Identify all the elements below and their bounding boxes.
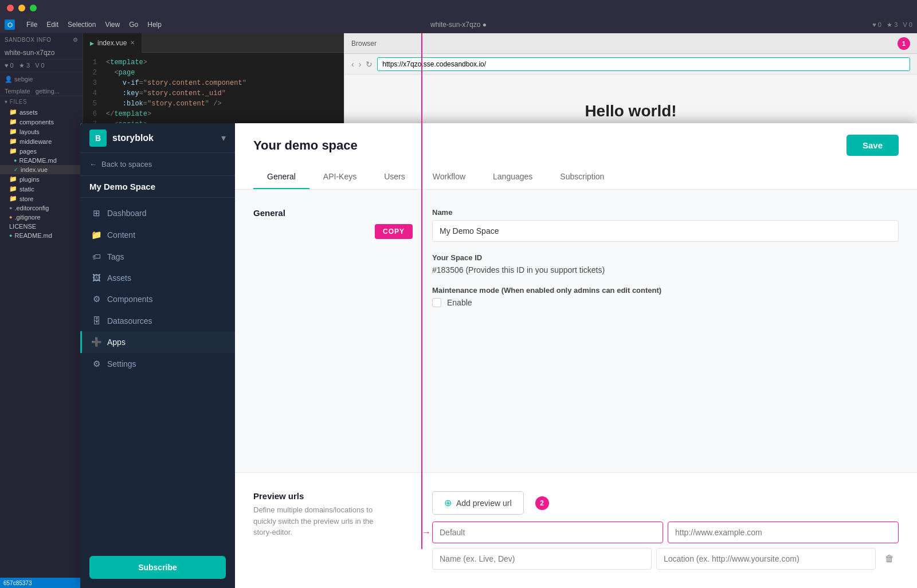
apps-icon: ➕ xyxy=(91,337,101,347)
name-field-group: Name xyxy=(432,208,899,242)
explorer-header: Sandbox Info ⚙ xyxy=(0,33,83,46)
folder-layouts[interactable]: 📁 layouts xyxy=(0,127,83,136)
file-index-vue[interactable]: ✓ index.vue xyxy=(0,165,83,174)
assets-icon: 🖼 xyxy=(91,273,101,283)
mac-window: ⬡ File Edit Selection View Go Help white… xyxy=(0,0,917,588)
sidebar-item-datasources[interactable]: 🗄 Datasources xyxy=(80,310,235,331)
browser-url-input[interactable] xyxy=(377,57,910,71)
general-section-info: General xyxy=(253,208,414,454)
folder-plugins[interactable]: 📁 plugins xyxy=(0,174,83,184)
sidebar-item-assets[interactable]: 🖼 Assets xyxy=(80,267,235,288)
folder-components[interactable]: 📁 components xyxy=(0,117,83,127)
sidebar-settings-icon[interactable]: ⚙ xyxy=(73,37,79,43)
sidebar-item-label: Components xyxy=(107,295,152,304)
tab-label: index.vue xyxy=(97,39,127,47)
file-license[interactable]: LICENSE xyxy=(0,222,83,231)
menu-view[interactable]: View xyxy=(105,21,120,29)
preview-section-info: Preview urls Define multiple domains/loc… xyxy=(253,491,414,570)
editor-tab-index-vue[interactable]: ▸ dashboard index.vue ✕ xyxy=(83,33,142,53)
sidebar-item-dashboard[interactable]: ⊞ Dashboard xyxy=(80,202,235,224)
name-input[interactable] xyxy=(432,220,899,242)
folder-store[interactable]: 📁 store xyxy=(0,194,83,203)
subscribe-button[interactable]: Subscribe xyxy=(89,556,226,579)
sidebar-item-label: Tags xyxy=(107,252,124,261)
back-to-spaces-link[interactable]: ← Back to spaces xyxy=(80,153,235,176)
browser-title: Browser xyxy=(351,40,377,48)
vue-icon: ▸ xyxy=(90,38,94,48)
tags-icon: 🏷 xyxy=(91,252,101,261)
settings-icon: ⚙ xyxy=(91,359,101,369)
tab-close-icon[interactable]: ✕ xyxy=(130,40,135,46)
plus-icon: ⊕ xyxy=(444,497,452,508)
file-readme[interactable]: ● README.md xyxy=(0,156,83,165)
template-info: Template getting... xyxy=(0,87,83,96)
close-dot[interactable] xyxy=(7,5,14,11)
preview-fields: ⊕ Add preview url 2 → xyxy=(432,491,899,570)
preview-url-default-row: → xyxy=(432,522,899,543)
maintenance-checkbox[interactable] xyxy=(432,298,441,307)
menu-selection[interactable]: Selection xyxy=(68,21,96,29)
tab-general[interactable]: General xyxy=(253,165,309,189)
maintenance-label: Maintenance mode (When enabled only admi… xyxy=(432,286,899,295)
sb-nav-header: B storyblok ▾ xyxy=(80,123,235,153)
components-icon: ⚙ xyxy=(91,294,101,304)
maximize-dot[interactable] xyxy=(30,5,37,11)
step-badge-1: 1 xyxy=(898,37,910,50)
vscode-stats: ♥ 0 ★ 3 V 0 xyxy=(872,21,912,29)
space-id-value: #183506 (Provides this ID in you support… xyxy=(432,265,899,275)
file-gitignore[interactable]: ● .gitignore xyxy=(0,213,83,222)
tab-workflow[interactable]: Workflow xyxy=(419,165,479,189)
maintenance-row: Enable xyxy=(432,298,899,307)
sidebar-item-label: Dashboard xyxy=(107,209,147,218)
minimize-dot[interactable] xyxy=(18,5,25,11)
tab-languages[interactable]: Languages xyxy=(479,165,546,189)
tab-subscription[interactable]: Subscription xyxy=(546,165,618,189)
preview-name-default-input[interactable] xyxy=(432,522,663,543)
sb-logo-text: storyblok xyxy=(112,133,154,143)
user-info: 👤 sebgie xyxy=(0,72,83,87)
content-icon: 📁 xyxy=(91,230,101,240)
preview-name-input[interactable] xyxy=(432,548,652,570)
save-button[interactable]: Save xyxy=(847,135,899,156)
folder-pages[interactable]: 📁 pages xyxy=(0,146,83,156)
sb-general-content: General COPY Name Your Space ID #183506 … xyxy=(235,190,917,472)
copy-badge[interactable]: COPY xyxy=(375,224,413,239)
menu-edit[interactable]: Edit xyxy=(46,21,58,29)
sidebar-item-apps[interactable]: ➕ Apps xyxy=(80,331,235,353)
tab-users[interactable]: Users xyxy=(370,165,419,189)
back-arrow-icon: ← xyxy=(89,160,97,168)
delete-preview-button[interactable]: 🗑 xyxy=(880,550,899,568)
file-editorconfig[interactable]: ● .editorconfig xyxy=(0,203,83,213)
preview-location-input[interactable] xyxy=(656,548,876,570)
general-section-label: General xyxy=(253,208,414,218)
page-title: Your demo space xyxy=(253,138,358,153)
browser-forward-button[interactable]: › xyxy=(359,60,362,69)
sb-nav-items: ⊞ Dashboard 📁 Content 🏷 Tags 🖼 Assets ⚙ xyxy=(80,198,235,547)
folder-static[interactable]: 📁 static xyxy=(0,184,83,194)
file-readme2[interactable]: ● README.md xyxy=(0,231,83,240)
sidebar-item-label: Apps xyxy=(107,338,126,347)
vscode-menubar: ⬡ File Edit Selection View Go Help white… xyxy=(0,16,917,33)
tab-api-keys[interactable]: API-Keys xyxy=(309,165,370,189)
menu-go[interactable]: Go xyxy=(129,21,138,29)
preview-url-extra-row: 🗑 xyxy=(432,548,899,570)
datasources-icon: 🗄 xyxy=(91,316,101,326)
space-id-group: Your Space ID #183506 (Provides this ID … xyxy=(432,253,899,275)
add-preview-label: Add preview url xyxy=(456,499,512,508)
folder-middleware[interactable]: 📁 middleware xyxy=(0,136,83,146)
sidebar-item-tags[interactable]: 🏷 Tags xyxy=(80,246,235,267)
step-badge-2: 2 xyxy=(535,496,549,510)
menu-help[interactable]: Help xyxy=(147,21,162,29)
sidebar-item-content[interactable]: 📁 Content xyxy=(80,224,235,246)
browser-back-button[interactable]: ‹ xyxy=(351,60,354,69)
status-bar: 657c85373 xyxy=(0,578,83,588)
folder-assets[interactable]: 📁 assets xyxy=(0,107,83,117)
add-preview-url-button[interactable]: ⊕ Add preview url xyxy=(432,491,524,515)
sidebar-item-settings[interactable]: ⚙ Settings xyxy=(80,353,235,375)
preview-url-default-input[interactable] xyxy=(668,522,899,543)
nav-dropdown-icon[interactable]: ▾ xyxy=(221,132,226,143)
menu-file[interactable]: File xyxy=(26,21,37,29)
sidebar-item-label: Assets xyxy=(107,273,131,283)
sidebar-item-components[interactable]: ⚙ Components xyxy=(80,288,235,310)
browser-refresh-button[interactable]: ↻ xyxy=(366,60,373,69)
